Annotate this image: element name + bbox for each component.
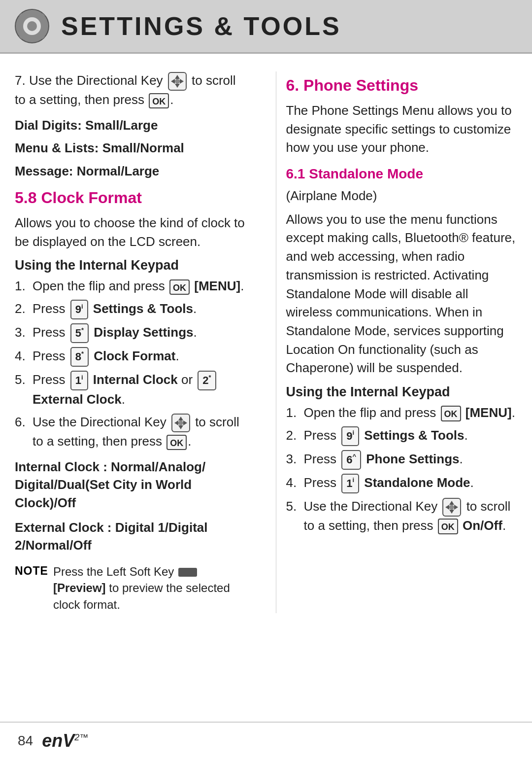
note-block: NOTE Press the Left Soft Key [Preview] t… bbox=[15, 563, 246, 613]
ok-key-r1: OK bbox=[441, 406, 461, 421]
ok-key: OK bbox=[149, 93, 169, 108]
note-text: Press the Left Soft Key [Preview] to pre… bbox=[53, 563, 246, 613]
page-footer: 84 enV2™ bbox=[0, 722, 532, 751]
section-61-description: Allows you to use the menu functions exc… bbox=[286, 210, 518, 378]
note-label: NOTE bbox=[15, 564, 48, 578]
main-content: 7. Use the Directional Key to scroll to … bbox=[0, 54, 532, 628]
svg-point-16 bbox=[175, 79, 180, 84]
section-61-sublabel: (Airplane Mode) bbox=[286, 187, 518, 206]
ok-key-1: OK bbox=[169, 279, 190, 295]
svg-point-28 bbox=[449, 505, 454, 510]
external-clock-results: External Clock : Digital 1/Digital2/Norm… bbox=[15, 519, 246, 555]
key-8: 8* bbox=[70, 347, 89, 367]
ok-key-2: OK bbox=[166, 435, 187, 450]
step7-text: 7. Use the Directional Key to scroll to … bbox=[15, 71, 246, 109]
svg-rect-6 bbox=[42, 25, 48, 28]
directional-key-icon-3 bbox=[442, 498, 461, 517]
key-1: 1i bbox=[70, 371, 88, 390]
header-title: SETTINGS & TOOLS bbox=[61, 11, 341, 41]
key-5: 5* bbox=[70, 323, 89, 343]
svg-rect-4 bbox=[31, 36, 33, 42]
step-r5: 5. Use the Directional Key to scroll to … bbox=[286, 497, 518, 535]
step7-result-3: Message: Normal/Large bbox=[15, 162, 246, 180]
key-r1: 1i bbox=[341, 474, 359, 493]
svg-point-2 bbox=[27, 21, 37, 31]
directional-key-icon-2 bbox=[171, 414, 190, 432]
step-6: 6. Use the Directional Key to scroll to … bbox=[15, 413, 246, 451]
step-2: 2. Press 9i Settings & Tools. bbox=[15, 300, 246, 319]
key-r6: 6^ bbox=[341, 450, 361, 470]
svg-rect-5 bbox=[16, 25, 22, 28]
step7-result-1: Dial Digits: Small/Large bbox=[15, 116, 246, 134]
section-61-heading: 6.1 Standalone Mode bbox=[286, 166, 518, 182]
external-clock-label: External Clock : Digital 1/Digital2/Norm… bbox=[15, 519, 246, 555]
step-r2: 2. Press 9i Settings & Tools. bbox=[286, 426, 518, 446]
directional-key-icon bbox=[168, 72, 187, 91]
keypad-label: Using the Internal Keypad bbox=[15, 258, 246, 273]
section-61: 6.1 Standalone Mode (Airplane Mode) Allo… bbox=[286, 166, 518, 535]
internal-clock-label: Internal Clock : Normal/Analog/Digital/D… bbox=[15, 458, 246, 512]
step7-num: 7. bbox=[15, 73, 29, 88]
step-r4: 4. Press 1i Standalone Mode. bbox=[286, 474, 518, 493]
brand-logo: enV2™ bbox=[42, 730, 88, 751]
key-r9: 9i bbox=[341, 426, 359, 446]
right-column: 6. Phone Settings The Phone Settings Men… bbox=[276, 71, 518, 613]
ok-key-r5: OK bbox=[438, 519, 458, 534]
internal-clock-results: Internal Clock : Normal/Analog/Digital/D… bbox=[15, 458, 246, 512]
step-r3: 3. Press 6^ Phone Settings. bbox=[286, 450, 518, 470]
soft-key-icon bbox=[178, 568, 197, 577]
step-1: 1. Open the flip and press OK [MENU]. bbox=[15, 277, 246, 296]
page-number: 84 bbox=[18, 733, 33, 749]
svg-rect-3 bbox=[31, 10, 33, 16]
step-3: 3. Press 5* Display Settings. bbox=[15, 323, 246, 343]
step-7: 7. Use the Directional Key to scroll to … bbox=[15, 71, 246, 180]
section-6: 6. Phone Settings The Phone Settings Men… bbox=[286, 76, 518, 535]
brand-sup: 2™ bbox=[74, 732, 88, 742]
section-58-description: Allows you to choose the kind of clock t… bbox=[15, 214, 246, 251]
key-9: 9i bbox=[70, 300, 88, 319]
section-58-heading: 5.8 Clock Format bbox=[15, 189, 246, 207]
keypad-label-right: Using the Internal Keypad bbox=[286, 384, 518, 400]
settings-gear-icon bbox=[15, 9, 49, 43]
step-5: 5. Press 1i Internal Clock or 2* Externa… bbox=[15, 371, 246, 409]
left-column: 7. Use the Directional Key to scroll to … bbox=[15, 71, 256, 613]
step-r1: 1. Open the flip and press OK [MENU]. bbox=[286, 404, 518, 422]
section-58-steps: 1. Open the flip and press OK [MENU]. 2.… bbox=[15, 277, 246, 451]
step-4: 4. Press 8* Clock Format. bbox=[15, 347, 246, 367]
section-6-description: The Phone Settings Menu allows you to de… bbox=[286, 102, 518, 157]
section-58: 5.8 Clock Format Allows you to choose th… bbox=[15, 189, 246, 613]
step7-result-2: Menu & Lists: Small/Normal bbox=[15, 139, 246, 157]
section-6-heading: 6. Phone Settings bbox=[286, 76, 518, 95]
section-61-steps: 1. Open the flip and press OK [MENU]. 2.… bbox=[286, 404, 518, 535]
step7-results: Dial Digits: Small/Large Menu & Lists: S… bbox=[15, 116, 246, 180]
key-2: 2* bbox=[198, 371, 216, 390]
page-header: SETTINGS & TOOLS bbox=[0, 0, 532, 54]
svg-point-22 bbox=[178, 420, 183, 425]
